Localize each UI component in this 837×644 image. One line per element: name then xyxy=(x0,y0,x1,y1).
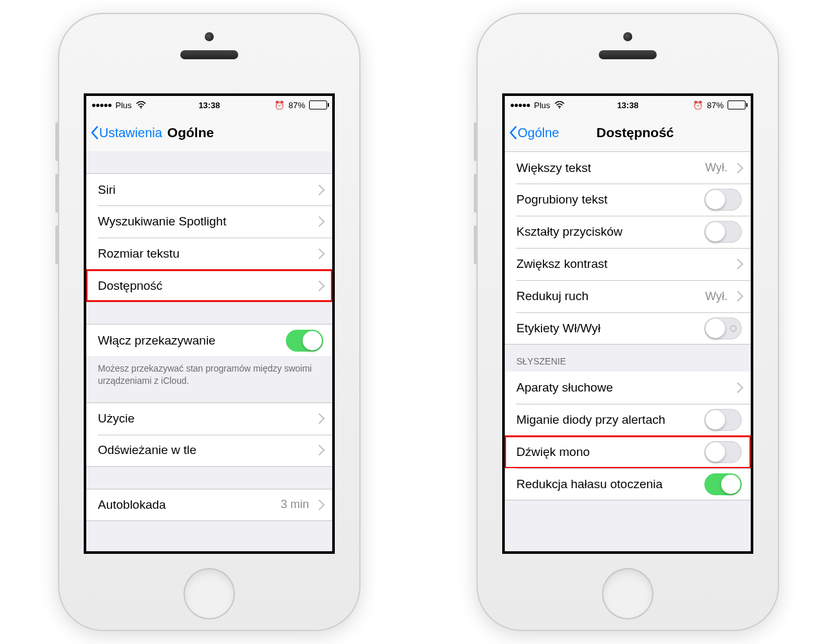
row-button-shapes[interactable]: Kształty przycisków xyxy=(505,216,751,248)
status-right: ⏰ 87% xyxy=(274,100,327,110)
back-label: Ogólne xyxy=(518,126,560,140)
back-button[interactable]: Ustawienia xyxy=(86,126,162,140)
row-handoff[interactable]: Włącz przekazywanie xyxy=(86,324,332,356)
row-label: Redukuj ruch xyxy=(516,289,588,303)
row-siri[interactable]: Siri xyxy=(86,173,332,205)
onoff-labels-toggle[interactable] xyxy=(704,317,742,339)
row-label: Siri xyxy=(98,183,115,197)
row-label: Większy tekst xyxy=(516,161,591,175)
row-label: Zwiększ kontrast xyxy=(516,257,607,271)
battery-icon xyxy=(728,100,746,109)
home-button[interactable] xyxy=(602,568,654,620)
row-autolock[interactable]: Autoblokada 3 min xyxy=(86,489,332,521)
row-label: Rozmiar tekstu xyxy=(98,247,180,261)
chevron-right-icon xyxy=(314,413,325,424)
row-onoff-labels[interactable]: Etykiety Wł/Wył xyxy=(505,312,751,345)
row-text-size[interactable]: Rozmiar tekstu xyxy=(86,238,332,270)
group-autolock: Autoblokada 3 min xyxy=(86,489,332,521)
group-handoff: Włącz przekazywanie Możesz przekazywać s… xyxy=(86,324,332,393)
phone-right: ●●●●● Plus 13:38 ⏰ 87% Ogólne xyxy=(476,13,779,631)
group-general-1: Siri Wyszukiwanie Spotlight Rozmiar teks… xyxy=(86,173,332,302)
home-button[interactable] xyxy=(183,568,235,620)
row-usage[interactable]: Użycie xyxy=(86,402,332,435)
group-header-hearing: SŁYSZENIE xyxy=(505,345,751,372)
page-title: Dostępność xyxy=(596,125,673,140)
status-bar: ●●●●● Plus 13:38 ⏰ 87% xyxy=(505,96,751,114)
earpiece-speaker-icon xyxy=(180,50,238,59)
carrier-label: Plus xyxy=(534,100,550,110)
back-label: Ustawienia xyxy=(99,126,162,140)
noise-reduction-toggle[interactable] xyxy=(704,473,742,495)
row-hearing-aids[interactable]: Aparaty słuchowe xyxy=(505,372,751,404)
front-camera-icon xyxy=(623,32,632,41)
row-increase-contrast[interactable]: Zwiększ kontrast xyxy=(505,248,751,280)
chevron-right-icon xyxy=(314,184,325,195)
back-button[interactable]: Ogólne xyxy=(505,126,560,140)
handoff-toggle[interactable] xyxy=(286,330,323,352)
chevron-right-icon xyxy=(733,259,744,270)
row-label: Kształty przycisków xyxy=(516,225,623,239)
button-shapes-toggle[interactable] xyxy=(704,221,742,243)
signal-dots-icon: ●●●●● xyxy=(91,100,111,109)
row-reduce-motion[interactable]: Redukuj ruch Wył. xyxy=(505,280,751,312)
svg-point-0 xyxy=(140,108,142,109)
row-detail: Wył. xyxy=(705,290,728,303)
row-led-flash[interactable]: Miganie diody przy alertach xyxy=(505,404,751,436)
chevron-right-icon xyxy=(314,249,325,260)
chevron-right-icon xyxy=(733,291,744,302)
accessibility-list: Większy tekst Wył. Pogrubiony tekst Kszt… xyxy=(505,151,751,551)
row-label: Miganie diody przy alertach xyxy=(516,413,665,427)
row-label: Wyszukiwanie Spotlight xyxy=(98,214,226,229)
settings-list: Siri Wyszukiwanie Spotlight Rozmiar teks… xyxy=(86,151,332,551)
row-background-refresh[interactable]: Odświeżanie w tle xyxy=(86,435,332,467)
chevron-right-icon xyxy=(733,383,744,393)
front-camera-icon xyxy=(205,32,214,41)
svg-point-1 xyxy=(559,108,560,109)
group-vision: Większy tekst Wył. Pogrubiony tekst Kszt… xyxy=(505,151,751,345)
row-mono-audio[interactable]: Dźwięk mono xyxy=(505,436,751,468)
chevron-right-icon xyxy=(314,280,325,291)
bold-text-toggle[interactable] xyxy=(704,189,742,211)
screen-right: ●●●●● Plus 13:38 ⏰ 87% Ogólne xyxy=(502,93,753,554)
group-hearing: SŁYSZENIE Aparaty słuchowe Miganie diody… xyxy=(505,345,751,500)
phone-top-hardware xyxy=(180,32,238,59)
row-label: Użycie xyxy=(98,412,135,426)
row-spotlight[interactable]: Wyszukiwanie Spotlight xyxy=(86,205,332,238)
carrier-label: Plus xyxy=(115,100,131,110)
signal-dots-icon: ●●●●● xyxy=(510,100,530,109)
row-noise-reduction[interactable]: Redukcja hałasu otoczenia xyxy=(505,468,751,500)
status-left: ●●●●● Plus xyxy=(91,100,146,110)
row-label: Pogrubiony tekst xyxy=(516,193,608,207)
row-label: Autoblokada xyxy=(98,498,166,512)
mono-audio-toggle[interactable] xyxy=(704,441,742,463)
row-bold-text[interactable]: Pogrubiony tekst xyxy=(505,184,751,216)
row-label: Odświeżanie w tle xyxy=(98,443,196,457)
led-flash-toggle[interactable] xyxy=(704,409,742,431)
row-label: Włącz przekazywanie xyxy=(98,334,216,348)
row-detail: 3 min xyxy=(281,498,309,511)
battery-icon xyxy=(309,100,327,109)
clock-label: 13:38 xyxy=(617,100,638,110)
wifi-icon xyxy=(136,101,146,109)
screen-left: ●●●●● Plus 13:38 ⏰ 87% Ustawienia xyxy=(84,93,335,554)
battery-pct-label: 87% xyxy=(288,100,305,110)
earpiece-speaker-icon xyxy=(599,50,657,59)
page-title: Ogólne xyxy=(167,125,214,140)
wifi-icon xyxy=(554,101,565,109)
status-left: ●●●●● Plus xyxy=(510,100,565,110)
chevron-right-icon xyxy=(314,216,325,227)
row-label: Dostępność xyxy=(98,279,162,293)
row-label: Aparaty słuchowe xyxy=(516,381,613,395)
battery-pct-label: 87% xyxy=(707,100,724,110)
row-larger-text[interactable]: Większy tekst Wył. xyxy=(505,151,751,184)
stage: ●●●●● Plus 13:38 ⏰ 87% Ustawienia xyxy=(0,0,837,644)
handoff-footnote: Możesz przekazywać stan programów między… xyxy=(86,356,332,393)
chevron-right-icon xyxy=(733,162,744,173)
phone-left: ●●●●● Plus 13:38 ⏰ 87% Ustawienia xyxy=(58,13,361,631)
row-accessibility[interactable]: Dostępność xyxy=(86,270,332,302)
row-label: Dźwięk mono xyxy=(516,445,590,459)
alarm-icon: ⏰ xyxy=(274,100,285,110)
row-detail: Wył. xyxy=(705,161,728,175)
group-usage: Użycie Odświeżanie w tle xyxy=(86,402,332,467)
status-right: ⏰ 87% xyxy=(693,100,746,110)
